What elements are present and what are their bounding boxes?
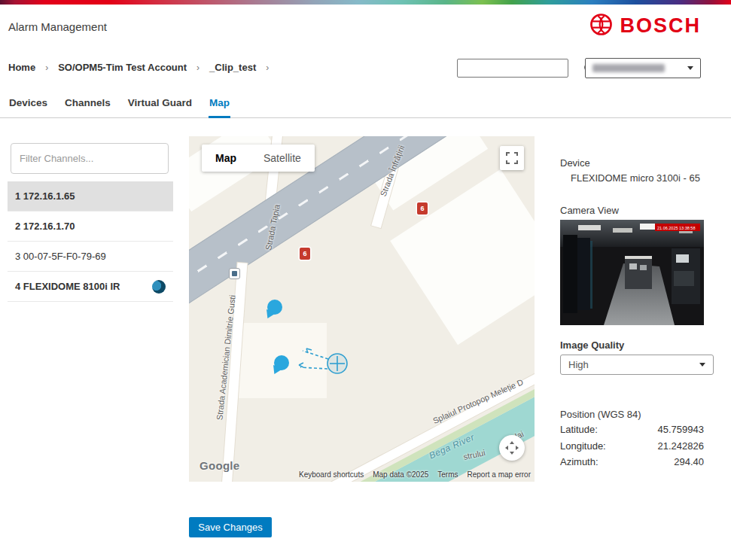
- channel-label: 2 172.16.1.70: [15, 221, 75, 232]
- camera-marker-2[interactable]: [274, 355, 289, 370]
- breadcrumb-account[interactable]: SO/OPM5-Tim Test Account: [58, 62, 187, 73]
- report-map-error-link[interactable]: Report a map error: [468, 470, 531, 479]
- azimuth-label: Azimuth:: [560, 456, 599, 467]
- camera-marker-1[interactable]: [267, 300, 282, 315]
- tab-virtual-guard[interactable]: Virtual Guard: [127, 89, 193, 118]
- bosch-logo: BOSCH: [589, 13, 701, 39]
- bosch-wordmark: BOSCH: [620, 16, 701, 36]
- position-label: Position (WGS 84): [560, 409, 641, 420]
- keyboard-shortcuts-link[interactable]: Keyboard shortcuts: [299, 470, 364, 479]
- breadcrumb-home[interactable]: Home: [8, 62, 35, 73]
- tab-channels[interactable]: Channels: [64, 89, 111, 118]
- fullscreen-icon: [506, 152, 518, 164]
- longitude-label: Longitude:: [560, 440, 606, 452]
- route-badge-6: 6: [300, 248, 310, 260]
- breadcrumb-separator: ›: [196, 62, 200, 73]
- latitude-value: 45.759943: [658, 424, 704, 435]
- page-title: Alarm Management: [8, 20, 107, 33]
- transit-stop-icon: [229, 268, 240, 279]
- google-logo[interactable]: Google: [200, 459, 239, 472]
- azimuth-row: Azimuth: 294.40: [560, 456, 704, 467]
- camera-position-icon[interactable]: [152, 280, 166, 294]
- longitude-row: Longitude: 21.242826: [560, 440, 704, 452]
- breadcrumb: Home › SO/OPM5-Tim Test Account › _Clip_…: [8, 62, 269, 73]
- latitude-row: Latitude: 45.759943: [560, 424, 704, 435]
- image-quality-label: Image Quality: [560, 339, 624, 351]
- page: Alarm Management BOSCH Home › SO/OPM5-Ti…: [0, 0, 731, 560]
- pan-arrows-icon: [504, 440, 519, 455]
- tab-bar: Devices Channels Virtual Guard Map: [0, 89, 731, 118]
- breadcrumb-separator: ›: [266, 62, 269, 73]
- breadcrumb-clip-test[interactable]: _Clip_test: [209, 62, 256, 73]
- chevron-down-icon: [699, 363, 705, 367]
- channel-list: 1 172.16.1.65 2 172.16.1.70 3 00-07-5F-F…: [8, 181, 173, 302]
- redacted-select-value: [592, 64, 665, 72]
- satellite-view-button[interactable]: Satellite: [250, 145, 315, 172]
- fullscreen-button[interactable]: [500, 146, 524, 170]
- tab-map[interactable]: Map: [209, 89, 230, 118]
- longitude-value: 21.242826: [658, 440, 704, 452]
- camera-fov-marker[interactable]: [296, 347, 352, 383]
- image-quality-value: High: [568, 359, 589, 370]
- map-view-button[interactable]: Map: [202, 145, 250, 172]
- map-type-control: Map Satellite: [202, 145, 315, 172]
- route-badge-6: 6: [417, 202, 428, 215]
- search-box: [457, 59, 568, 78]
- camera-view-label: Camera View: [560, 205, 619, 216]
- camera-snapshot: 21.06.2025 13:38:58: [560, 220, 704, 325]
- device-label: Device: [560, 157, 590, 169]
- channel-label: 1 172.16.1.65: [15, 190, 75, 202]
- channel-item-1[interactable]: 1 172.16.1.65: [8, 181, 173, 212]
- channel-item-3[interactable]: 3 00-07-5F-F0-79-69: [8, 242, 173, 272]
- snapshot-timestamp: 21.06.2025 13:38:58: [657, 226, 695, 230]
- search-input[interactable]: [458, 59, 583, 77]
- image-quality-select[interactable]: High: [560, 355, 714, 375]
- pan-control[interactable]: [499, 435, 525, 461]
- azimuth-value: 294.40: [674, 456, 704, 467]
- filter-channels-input[interactable]: [11, 143, 169, 174]
- channel-label: 3 00-07-5F-F0-79-69: [15, 251, 106, 262]
- google-map[interactable]: Strada Înfrățirii Strada Tapia Strada Ac…: [189, 136, 535, 482]
- device-name: FLEXIDOME micro 3100i - 65: [571, 172, 700, 184]
- terms-link[interactable]: Terms: [437, 470, 458, 479]
- bosch-brand-stripe: [0, 0, 731, 5]
- breadcrumb-separator: ›: [45, 62, 48, 73]
- map-attribution: Keyboard shortcuts Map data ©2025 Terms …: [299, 470, 531, 479]
- redacted-filter-select[interactable]: [585, 58, 701, 78]
- channel-item-4[interactable]: 4 FLEXIDOME 8100i IR: [8, 272, 173, 302]
- bosch-symbol-icon: [589, 13, 613, 39]
- channel-label: 4 FLEXIDOME 8100i IR: [15, 281, 120, 292]
- latitude-label: Latitude:: [560, 424, 598, 435]
- channel-item-2[interactable]: 2 172.16.1.70: [8, 212, 173, 242]
- tab-devices[interactable]: Devices: [8, 89, 48, 118]
- save-changes-button[interactable]: Save Changes: [189, 517, 272, 537]
- map-data-copyright: Map data ©2025: [373, 470, 428, 479]
- chevron-down-icon: [687, 66, 693, 70]
